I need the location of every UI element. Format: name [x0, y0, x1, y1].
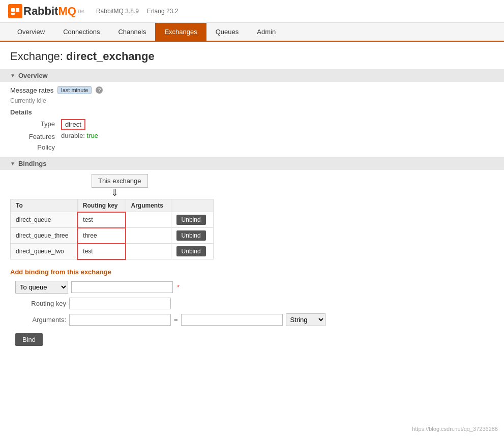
binding-to-3: direct_queue_two: [11, 244, 78, 259]
bindings-section-header[interactable]: ▼ Bindings: [0, 157, 504, 170]
main-nav: Overview Connections Channels Exchanges …: [0, 23, 504, 42]
binding-action-3: Unbind: [171, 244, 213, 259]
message-rates-row: Message rates last minute ?: [10, 86, 494, 94]
binding-args-2: [126, 228, 171, 244]
binding-action-2: Unbind: [171, 228, 213, 244]
top-header: RabbitMQTM RabbitMQ 3.8.9 Erlang 23.2: [0, 0, 504, 23]
overview-triangle-icon: ▼: [10, 73, 15, 78]
logo: RabbitMQTM: [8, 4, 84, 18]
page-title: Exchange: direct_exchange: [10, 50, 494, 63]
bindings-section-label: Bindings: [18, 160, 47, 167]
page-title-prefix: Exchange:: [10, 50, 66, 63]
overview-section-header[interactable]: ▼ Overview: [0, 69, 504, 82]
message-rates-label: Message rates: [10, 86, 53, 94]
bindings-triangle-icon: ▼: [10, 161, 15, 166]
logo-mq-text: MQ: [58, 5, 76, 18]
durable-label: durable:: [61, 132, 85, 139]
col-actions: [171, 199, 213, 212]
overview-section-label: Overview: [18, 72, 48, 79]
details-label: Details: [10, 108, 494, 116]
binding-row-2: direct_queue_three three Unbind: [11, 228, 214, 244]
svg-rect-0: [11, 8, 15, 12]
this-exchange-box: This exchange: [92, 174, 148, 188]
features-label: Features: [20, 133, 61, 140]
col-routing-key: Routing key: [77, 199, 126, 212]
version-info: RabbitMQ 3.8.9 Erlang 23.2: [96, 8, 178, 15]
unbind-button-2[interactable]: Unbind: [176, 230, 206, 241]
arguments-row: Arguments: = String Integer Boolean: [15, 313, 494, 326]
nav-admin[interactable]: Admin: [248, 23, 285, 41]
binding-action-1: Unbind: [171, 212, 213, 228]
question-mark-icon[interactable]: ?: [96, 86, 103, 94]
type-row: Type direct: [20, 119, 494, 130]
add-binding-form: To queue To exchange * Routing key Argum…: [15, 281, 494, 326]
nav-exchanges[interactable]: Exchanges: [155, 23, 206, 41]
binding-routing-key-3: test: [77, 244, 126, 259]
exchange-name: direct_exchange: [66, 50, 155, 63]
required-star: *: [177, 283, 180, 291]
binding-routing-key-2: three: [77, 228, 126, 244]
col-arguments: Arguments: [126, 199, 171, 212]
equals-sign: =: [174, 316, 178, 324]
bind-button[interactable]: Bind: [15, 333, 43, 346]
nav-queues[interactable]: Queues: [206, 23, 248, 41]
logo-rabbit-text: Rabbit: [23, 5, 58, 18]
arguments-value-input[interactable]: [181, 314, 283, 326]
to-queue-select[interactable]: To queue To exchange: [15, 281, 68, 294]
nav-connections[interactable]: Connections: [54, 23, 109, 41]
nav-channels[interactable]: Channels: [109, 23, 155, 41]
arguments-form-label: Arguments:: [15, 316, 66, 324]
type-value: direct: [61, 119, 85, 130]
to-queue-row: To queue To exchange *: [15, 281, 494, 294]
routing-key-row: Routing key: [15, 298, 494, 309]
type-label: Type: [20, 120, 61, 128]
binding-routing-key-1: test: [77, 212, 126, 228]
arguments-key-input[interactable]: [69, 314, 171, 326]
logo-icon: [8, 4, 22, 18]
erlang-version: Erlang 23.2: [147, 8, 178, 15]
binding-to-1: direct_queue: [11, 212, 78, 228]
binding-args-3: [126, 244, 171, 259]
time-badge[interactable]: last minute: [57, 86, 92, 94]
binding-row-3: direct_queue_two test Unbind: [11, 244, 214, 259]
binding-to-2: direct_queue_three: [11, 228, 78, 244]
bindings-section: This exchange ⇓ To Routing key Arguments…: [10, 174, 494, 346]
currently-idle: Currently idle: [10, 97, 494, 104]
rabbitmq-version: RabbitMQ 3.8.9: [96, 8, 139, 15]
routing-key-form-label: Routing key: [15, 300, 66, 307]
nav-overview[interactable]: Overview: [8, 23, 54, 41]
features-row: Features durable: true: [20, 132, 494, 140]
arrow-down-icon: ⇓: [111, 188, 494, 199]
durable-value: true: [87, 132, 98, 139]
unbind-button-3[interactable]: Unbind: [176, 246, 206, 256]
details-table: Type direct Features durable: true Polic…: [20, 119, 494, 151]
col-to: To: [11, 199, 78, 212]
binding-row-1: direct_queue test Unbind: [11, 212, 214, 228]
bindings-table: To Routing key Arguments direct_queue te…: [10, 199, 214, 260]
binding-args-1: [126, 212, 171, 228]
routing-key-input[interactable]: [69, 298, 171, 309]
string-type-select[interactable]: String Integer Boolean: [286, 313, 325, 326]
logo-tm: TM: [77, 9, 84, 14]
svg-rect-1: [16, 8, 19, 12]
features-value: durable: true: [61, 132, 98, 139]
unbind-button-1[interactable]: Unbind: [176, 215, 206, 225]
policy-label: Policy: [20, 143, 61, 151]
svg-rect-2: [11, 13, 15, 15]
page-content: Exchange: direct_exchange ▼ Overview Mes…: [0, 42, 504, 354]
add-binding-label: Add binding from this exchange: [10, 268, 494, 276]
policy-row: Policy: [20, 142, 494, 151]
type-box: direct: [61, 119, 85, 130]
to-queue-input[interactable]: [71, 281, 173, 293]
